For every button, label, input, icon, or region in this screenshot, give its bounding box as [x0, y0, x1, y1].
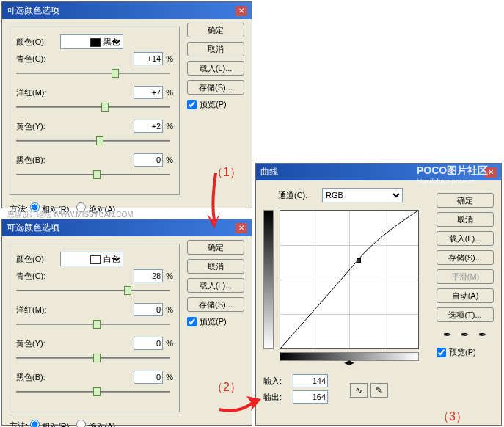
yellow-slider[interactable] — [16, 136, 170, 146]
color-value: 黑色 — [103, 37, 120, 46]
cyan-slider[interactable] — [16, 68, 170, 79]
cyan-input[interactable] — [134, 52, 163, 65]
save-button[interactable]: 存储(S)... — [437, 250, 494, 265]
method-relative[interactable]: 相对(R) — [30, 420, 69, 427]
yellow-input[interactable] — [134, 120, 163, 133]
white-point-dropper-icon[interactable]: ✒ — [476, 328, 489, 341]
channel-select[interactable]: RGB — [322, 188, 403, 202]
save-button[interactable]: 存储(S)... — [187, 297, 244, 312]
slider-yellow: 黄色(Y):% — [16, 337, 173, 363]
content-box: 颜色(O): 白色 青色(C):% 洋红(M):% 黄色(Y):% 黑色(B):… — [10, 244, 180, 412]
slider-cyan: 青色(C):% — [16, 269, 173, 296]
button-column: 确定 取消 载入(L)... 存储(S)... 预览(P) — [187, 240, 244, 327]
channel-label: 通道(C): — [278, 190, 322, 201]
color-value: 白色 — [103, 255, 120, 263]
ok-button[interactable]: 确定 — [187, 240, 244, 255]
cancel-button[interactable]: 取消 — [187, 42, 244, 56]
annotation-3: （3） — [437, 409, 467, 425]
curve-graph[interactable] — [280, 210, 419, 349]
arrow-down-icon — [200, 173, 229, 232]
content-box: 颜色(O): 黑色 青色(C):% 洋红(M):% 黄色(Y):% 黑色(B):… — [10, 26, 180, 195]
black-input[interactable] — [134, 153, 163, 167]
button-column: 确定 取消 载入(L)... 存储(S)... 平滑(M) 自动(A) 选项(T… — [437, 193, 494, 358]
smooth-button: 平滑(M) — [437, 269, 494, 284]
cyan-slider[interactable] — [16, 285, 170, 296]
output-label: 输出: — [263, 392, 293, 403]
save-button[interactable]: 存储(S)... — [187, 80, 244, 95]
method-row: 方法: 相对(R) 绝对(A) — [10, 420, 244, 427]
vertical-gradient — [263, 210, 274, 349]
slider-black: 黑色(B):% — [16, 153, 173, 180]
preview-checkbox[interactable]: 预览(P) — [187, 99, 244, 110]
magenta-input[interactable] — [134, 86, 163, 99]
curve-output-value[interactable] — [293, 390, 328, 404]
dialog-title: 可选颜色选项 — [7, 222, 59, 234]
black-slider[interactable] — [16, 387, 170, 397]
eyedroppers: ✒ ✒ ✒ — [437, 328, 494, 341]
slider-yellow: 黄色(Y):% — [16, 120, 173, 146]
curves-dialog: 曲线 ✕ 通道(C): RGB — [255, 163, 502, 426]
magenta-slider[interactable] — [16, 102, 170, 112]
magenta-input[interactable] — [134, 303, 163, 316]
gray-point-dropper-icon[interactable]: ✒ — [459, 328, 472, 341]
close-icon[interactable]: ✕ — [235, 223, 247, 233]
black-input[interactable] — [134, 371, 163, 384]
preview-checkbox[interactable]: 预览(P) — [187, 316, 244, 327]
slider-cyan: 青色(C):% — [16, 52, 173, 79]
black-point-dropper-icon[interactable]: ✒ — [441, 328, 454, 341]
cancel-button[interactable]: 取消 — [437, 212, 494, 227]
dialog-title: 可选颜色选项 — [7, 4, 59, 17]
black-slider[interactable] — [16, 169, 170, 180]
gradient-handle-icon[interactable]: ◀▶ — [344, 359, 354, 366]
pencil-tool-icon[interactable]: ✎ — [370, 383, 388, 398]
poco-watermark: POCO图片社区 http://photo.poco.cn — [417, 164, 488, 185]
ok-button[interactable]: 确定 — [187, 23, 244, 37]
ok-button[interactable]: 确定 — [437, 193, 494, 208]
color-label: 颜色(O): — [16, 37, 60, 48]
load-button[interactable]: 载入(L)... — [437, 231, 494, 246]
yellow-slider[interactable] — [16, 353, 170, 363]
curve-line — [280, 211, 418, 348]
method-absolute[interactable]: 绝对(A) — [76, 420, 115, 427]
slider-black: 黑色(B):% — [16, 371, 173, 397]
curve-tool-icon[interactable]: ∿ — [350, 383, 368, 398]
load-button[interactable]: 载入(L)... — [187, 61, 244, 76]
titlebar: 可选颜色选项 ✕ — [2, 2, 252, 19]
dialog-title: 曲线 — [260, 166, 278, 178]
curve-point[interactable] — [357, 258, 361, 263]
input-label: 输入: — [263, 376, 293, 387]
color-label: 颜色(O): — [16, 254, 60, 265]
yellow-input[interactable] — [134, 337, 163, 350]
button-column: 确定 取消 载入(L)... 存储(S)... 预览(P) — [187, 23, 244, 110]
preview-checkbox[interactable]: 预览(P) — [437, 347, 494, 358]
magenta-slider[interactable] — [16, 319, 170, 329]
options-button[interactable]: 选项(T)... — [437, 307, 494, 322]
arrow-right-icon — [219, 387, 263, 417]
cancel-button[interactable]: 取消 — [187, 259, 244, 274]
close-icon[interactable]: ✕ — [235, 6, 247, 16]
cyan-input[interactable] — [134, 269, 163, 282]
curve-input-value[interactable] — [293, 374, 328, 387]
slider-magenta: 洋红(M):% — [16, 86, 173, 112]
auto-button[interactable]: 自动(A) — [437, 288, 494, 303]
load-button[interactable]: 载入(L)... — [187, 278, 244, 293]
slider-magenta: 洋红(M):% — [16, 303, 173, 329]
horizontal-gradient: ◀▶ — [280, 352, 419, 361]
